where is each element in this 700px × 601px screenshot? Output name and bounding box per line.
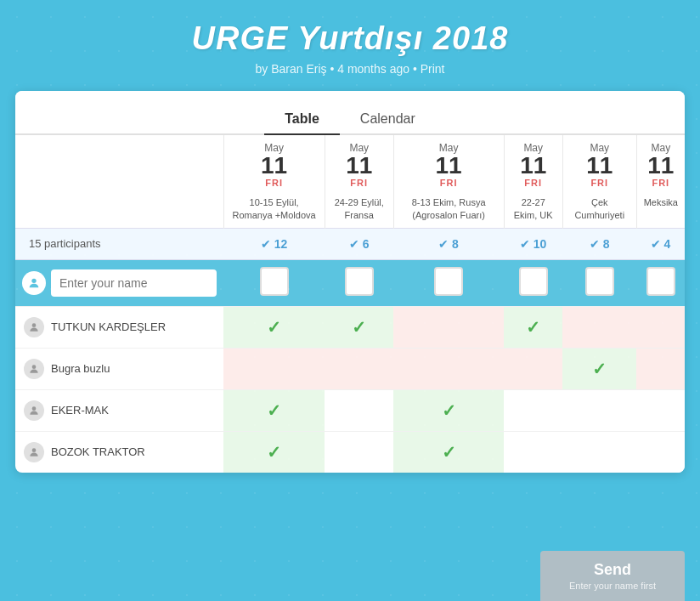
p3-cell-6 <box>636 389 685 431</box>
p1-cell-3 <box>393 306 504 348</box>
tab-bar: Table Calendar <box>15 91 685 135</box>
participant-avatar-1 <box>24 317 44 337</box>
check-p1-2: ✓ <box>352 318 366 337</box>
send-button-sublabel: Enter your name first <box>564 581 661 591</box>
empty-header <box>15 135 223 191</box>
participant-row-3: EKER-MAK ✓ ✓ <box>15 389 685 431</box>
participant-name-cell-4: BOZOK TRAKTOR <box>15 431 223 473</box>
participant-row-2: Bugra buzlu ✓ <box>15 348 685 389</box>
day-5: 11 <box>567 154 633 178</box>
col-header-1: May 11 FRI <box>223 135 325 191</box>
participant-name-cell-2: Bugra buzlu <box>15 348 223 389</box>
send-button[interactable]: Send Enter your name first <box>540 551 685 601</box>
p4-cell-5 <box>562 431 636 473</box>
name-input[interactable] <box>51 269 217 297</box>
event-3: 8-13 Ekim, Rusya (Agrosalon Fuarı) <box>393 191 504 228</box>
tab-calendar[interactable]: Calendar <box>340 105 436 133</box>
col-header-5: May 11 FRI <box>562 135 636 191</box>
checkbox-cell-1[interactable] <box>223 259 325 306</box>
check-p3-3: ✓ <box>442 401 456 420</box>
svg-point-0 <box>31 278 36 282</box>
check-p4-3: ✓ <box>442 443 456 462</box>
p1-cell-5 <box>562 306 636 348</box>
checkbox-cell-6[interactable] <box>636 259 685 306</box>
col-header-3: May 11 FRI <box>393 135 504 191</box>
participant-avatar-2 <box>24 359 44 379</box>
page-title: URGE Yurtdışı 2018 <box>17 20 683 57</box>
p4-cell-6 <box>636 431 685 473</box>
checkbox-1[interactable] <box>260 267 289 296</box>
p3-cell-1: ✓ <box>223 389 325 431</box>
day-3: 11 <box>398 154 500 178</box>
p3-cell-4 <box>504 389 562 431</box>
avatar-icon <box>22 271 46 295</box>
count-val-1: 12 <box>274 237 288 251</box>
check-p4-1: ✓ <box>267 443 281 462</box>
p3-cell-5 <box>562 389 636 431</box>
count-val-2: 6 <box>363 237 370 251</box>
p1-cell-1: ✓ <box>223 306 325 348</box>
checkbox-cell-5[interactable] <box>562 259 636 306</box>
participant-row-1: TUTKUN KARDEŞLER ✓ ✓ ✓ <box>15 306 685 348</box>
page-header: URGE Yurtdışı 2018 by Baran Eriş • 4 mon… <box>0 0 700 91</box>
check-icon-6: ✔ <box>651 237 661 251</box>
p2-cell-3 <box>393 348 504 389</box>
checkbox-3[interactable] <box>434 267 463 296</box>
count-5: ✔ 8 <box>562 228 636 259</box>
p2-cell-1 <box>223 348 325 389</box>
count-2: ✔ 6 <box>325 228 393 259</box>
event-1: 10-15 Eylül, Romanya +Moldova <box>223 191 325 228</box>
participant-avatar-3 <box>24 400 44 421</box>
participants-label: 15 participants <box>15 228 223 259</box>
p2-cell-4 <box>504 348 562 389</box>
tab-table[interactable]: Table <box>264 105 340 133</box>
participant-name-1: TUTKUN KARDEŞLER <box>51 320 166 333</box>
weekday-1: FRI <box>228 178 321 188</box>
check-icon-3: ✔ <box>438 237 449 251</box>
check-p3-1: ✓ <box>267 401 281 420</box>
check-icon-1: ✔ <box>261 237 271 251</box>
p1-cell-2: ✓ <box>325 306 393 348</box>
check-icon-2: ✔ <box>349 237 359 251</box>
col-header-2: May 11 FRI <box>325 135 393 191</box>
participant-name-4: BOZOK TRAKTOR <box>51 445 145 458</box>
send-button-label: Send <box>564 561 661 579</box>
count-1: ✔ 12 <box>223 228 325 259</box>
svg-point-3 <box>32 406 37 411</box>
p3-cell-3: ✓ <box>393 389 504 431</box>
event-6: Meksika <box>636 191 685 228</box>
count-3: ✔ 8 <box>393 228 504 259</box>
participants-count-row: 15 participants ✔ 12 ✔ 6 ✔ 8 ✔ <box>15 228 685 259</box>
count-val-4: 10 <box>533 237 547 251</box>
checkbox-4[interactable] <box>519 267 548 296</box>
name-input-cell[interactable] <box>15 259 223 306</box>
check-icon-4: ✔ <box>520 237 530 251</box>
day-6: 11 <box>641 154 681 178</box>
date-header-row: May 11 FRI May 11 FRI May 11 FRI <box>15 135 685 191</box>
event-header-row: 10-15 Eylül, Romanya +Moldova 24-29 Eylü… <box>15 191 685 228</box>
name-input-row <box>15 259 685 306</box>
svg-point-4 <box>32 448 37 452</box>
weekday-6: FRI <box>641 178 681 188</box>
p4-cell-2 <box>325 431 393 473</box>
day-4: 11 <box>508 154 559 178</box>
checkbox-2[interactable] <box>345 267 374 296</box>
checkbox-5[interactable] <box>585 267 614 296</box>
empty-event-header <box>15 191 223 228</box>
checkbox-cell-4[interactable] <box>504 259 562 306</box>
col-header-6: May 11 FRI <box>636 135 685 191</box>
weekday-2: FRI <box>329 178 390 188</box>
checkbox-6[interactable] <box>646 267 675 296</box>
p1-cell-4: ✓ <box>504 306 562 348</box>
p2-cell-6 <box>636 348 685 389</box>
event-2: 24-29 Eylül, Fransa <box>325 191 393 228</box>
checkbox-cell-2[interactable] <box>325 259 393 306</box>
participant-name-cell-1: TUTKUN KARDEŞLER <box>15 306 223 348</box>
p2-cell-2 <box>325 348 393 389</box>
count-val-3: 8 <box>452 237 459 251</box>
svg-point-1 <box>32 323 37 327</box>
col-header-4: May 11 FRI <box>504 135 562 191</box>
event-4: 22-27 Ekim, UK <box>504 191 562 228</box>
checkbox-cell-3[interactable] <box>393 259 504 306</box>
weekday-3: FRI <box>398 178 500 188</box>
